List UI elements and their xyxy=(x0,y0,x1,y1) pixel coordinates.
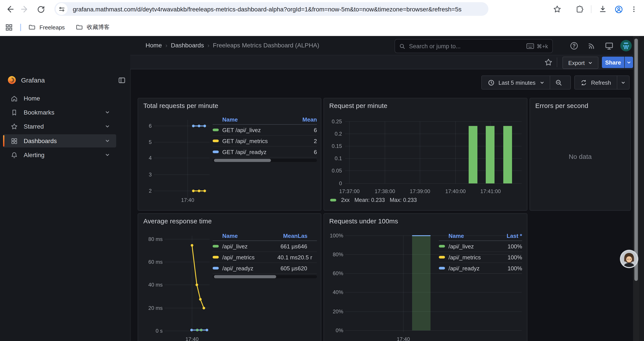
reload-icon[interactable] xyxy=(35,4,46,15)
bar[interactable] xyxy=(469,126,478,183)
table-row[interactable]: /api/_metrics40.1 ms20.5 r xyxy=(212,252,317,263)
sidebar-item-bookmarks[interactable]: Bookmarks xyxy=(3,106,116,119)
table-header-row: NameMean xyxy=(212,115,317,125)
column-header-name[interactable]: Name xyxy=(448,233,498,239)
bar[interactable] xyxy=(412,236,430,330)
table-row[interactable]: GET /api/_metrics2 xyxy=(212,136,317,147)
column-header-name[interactable]: Name xyxy=(222,116,292,123)
breadcrumb-dashboards[interactable]: Dashboards xyxy=(171,42,204,49)
time-range-picker[interactable]: Last 5 minutes xyxy=(482,76,550,89)
sidebar-toggle-icon[interactable] xyxy=(118,76,126,85)
table-hscrollbar-thumb[interactable] xyxy=(214,275,276,278)
sidebar-item-label: Starred xyxy=(24,123,44,130)
table-row[interactable]: GET /api/_readyz6 xyxy=(212,147,317,158)
url-bar[interactable]: grafana.mathmast.com/d/deytv4rwavabkb/fr… xyxy=(54,2,488,16)
table-hscrollbar[interactable] xyxy=(212,275,317,278)
series-color-pill xyxy=(212,256,219,258)
brand-name[interactable]: Grafana xyxy=(21,76,45,84)
back-icon[interactable] xyxy=(4,4,16,15)
news-rss-icon[interactable] xyxy=(586,41,596,51)
user-avatar[interactable] xyxy=(620,40,632,51)
column-header[interactable]: Last * xyxy=(498,233,522,239)
table-row[interactable]: GET /api/_livez6 xyxy=(212,125,317,136)
breadcrumb-separator: › xyxy=(166,42,168,49)
table-row[interactable]: /api/_livez661 µs646 xyxy=(212,241,317,252)
bar[interactable] xyxy=(486,126,494,183)
data-point[interactable] xyxy=(190,329,193,331)
x-axis-tick-label: 17:40:00 xyxy=(445,188,466,194)
panel-title[interactable]: Errors per second xyxy=(535,102,588,109)
y-axis-tick-label: 0 xyxy=(339,180,342,186)
data-point[interactable] xyxy=(198,190,200,192)
search-input[interactable]: Search or jump to... ⌘+k xyxy=(394,39,553,53)
monitor-icon[interactable] xyxy=(604,41,614,51)
data-point[interactable] xyxy=(206,329,208,331)
series-line xyxy=(192,245,204,308)
refresh-interval-button[interactable] xyxy=(617,76,629,89)
table-row[interactable]: /api/_readyz605 µs620 xyxy=(212,263,317,274)
sidebar-item-alerting[interactable]: Alerting xyxy=(3,148,116,162)
bookmark-folder-blogs[interactable]: 收藏博客 xyxy=(76,22,110,32)
folder-icon xyxy=(28,23,36,31)
table-row[interactable]: /api/_readyz100% xyxy=(439,263,522,274)
chevron-down-icon[interactable] xyxy=(104,151,111,159)
column-header[interactable]: Las xyxy=(298,233,317,239)
data-point[interactable] xyxy=(204,125,206,127)
bar[interactable] xyxy=(503,126,512,183)
site-settings-icon[interactable] xyxy=(56,3,68,15)
column-header[interactable]: Mean xyxy=(271,233,298,239)
help-icon[interactable] xyxy=(569,41,579,51)
data-point[interactable] xyxy=(191,244,193,247)
grafana-logo[interactable] xyxy=(6,75,17,85)
export-button[interactable]: Export xyxy=(562,57,598,69)
sidebar-item-starred[interactable]: Starred xyxy=(3,120,116,133)
browser-menu-icon[interactable] xyxy=(628,4,640,15)
data-point[interactable] xyxy=(196,283,198,286)
chevron-down-icon[interactable] xyxy=(104,123,111,130)
forward-icon[interactable] xyxy=(19,4,30,15)
sidebar-item-dashboards[interactable]: Dashboards xyxy=(3,134,116,147)
page-scrollbar[interactable] xyxy=(633,36,639,341)
share-button[interactable]: Share xyxy=(602,57,624,68)
floating-avatar[interactable] xyxy=(620,249,639,269)
y-axis-tick-label: 0.2 xyxy=(335,131,342,137)
column-header-name[interactable]: Name xyxy=(222,233,271,239)
sidebar-item-label: Bookmarks xyxy=(24,109,54,116)
time-controls: Last 5 minutes xyxy=(481,76,571,90)
bookmark-star-icon[interactable] xyxy=(552,4,563,15)
data-point[interactable] xyxy=(192,190,195,192)
y-axis-tick-label: 4 xyxy=(149,155,152,161)
data-point[interactable] xyxy=(202,307,205,309)
bookmark-folder-freeleaps[interactable]: Freeleaps xyxy=(28,22,65,32)
refresh-button[interactable]: Refresh xyxy=(575,76,617,89)
data-point[interactable] xyxy=(192,125,195,127)
breadcrumb-home[interactable]: Home xyxy=(146,42,162,49)
table-hscrollbar-thumb[interactable] xyxy=(214,159,271,162)
y-axis-tick-label: 60% xyxy=(333,270,343,276)
sidebar-item-home[interactable]: Home xyxy=(3,92,116,105)
scrollbar-thumb[interactable] xyxy=(634,39,638,281)
data-point[interactable] xyxy=(198,125,200,127)
table-row[interactable]: /api/_livez100% xyxy=(439,241,522,252)
table-row[interactable]: /api/_metrics100% xyxy=(439,252,522,263)
data-point[interactable] xyxy=(196,329,198,331)
column-header[interactable]: Mean xyxy=(292,116,317,123)
chevron-down-icon[interactable] xyxy=(104,137,111,145)
table-hscrollbar[interactable] xyxy=(212,159,317,162)
data-point[interactable] xyxy=(204,190,206,192)
profile-icon[interactable] xyxy=(613,4,624,15)
apps-grid-icon[interactable] xyxy=(5,22,13,32)
extensions-icon[interactable] xyxy=(574,4,585,15)
downloads-icon[interactable] xyxy=(597,4,608,15)
series-color-pill xyxy=(330,199,336,201)
y-axis-tick-label: 0.25 xyxy=(332,119,342,124)
y-axis-tick-label: 0.1 xyxy=(335,155,342,161)
data-point[interactable] xyxy=(200,329,202,331)
legend-series-label[interactable]: 2xx xyxy=(341,197,350,203)
zoom-out-button[interactable] xyxy=(550,76,567,89)
chevron-down-icon[interactable] xyxy=(104,109,111,116)
actionbar-separator xyxy=(557,58,557,67)
share-menu-button[interactable] xyxy=(625,57,633,68)
favorite-star-icon[interactable] xyxy=(544,58,552,66)
data-point[interactable] xyxy=(199,298,202,301)
